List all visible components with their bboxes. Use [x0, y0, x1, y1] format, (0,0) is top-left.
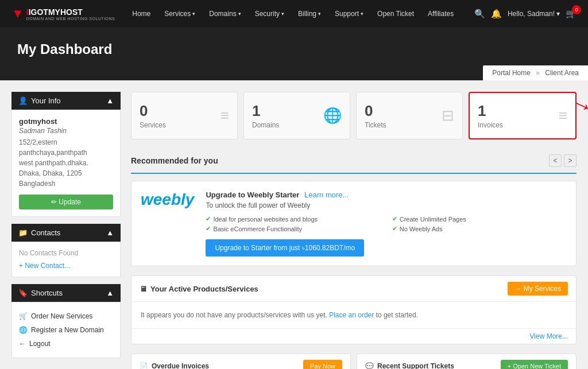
invoice-icon: 📄	[140, 362, 148, 369]
products-section: 🖥 Your Active Products/Services → My Ser…	[131, 275, 577, 344]
sidebar-shortcuts-body: 🛒 Order New Services 🌐 Register a New Do…	[11, 302, 121, 358]
stat-domains[interactable]: 1 Domains 🌐	[243, 92, 350, 139]
overdue-invoices-title: 📄 Overdue Invoices	[140, 362, 209, 369]
sidebar-contacts-header[interactable]: 📁 Contacts ▲	[11, 224, 121, 242]
stat-domains-icon: 🌐	[323, 107, 342, 125]
recommended-section: Recommended for you < > weebly Upgrade t…	[131, 149, 577, 266]
stat-tickets-left: 0 Tickets	[365, 102, 386, 129]
logo-icon: ▼	[11, 6, 24, 21]
folder-icon: 📁	[18, 228, 28, 237]
stat-services-left: 0 Services	[140, 102, 166, 129]
recent-tickets-title: 💬 Recent Support Tickets	[365, 362, 454, 369]
shortcut-register-domain[interactable]: 🌐 Register a New Domain	[19, 323, 113, 337]
sidebar-your-info-body: gotmyhost Sadman Tashin 152/2,estern pan…	[11, 110, 121, 217]
bookmark-icon: 🔖	[18, 289, 28, 297]
breadcrumb-home[interactable]: Portal Home	[492, 69, 531, 77]
weebly-headline: Upgrade to Weebly Starter Learn more...	[206, 191, 567, 199]
logout-shortcut-icon: ←	[19, 340, 26, 348]
nav-services[interactable]: Services▾	[158, 0, 201, 28]
shortcut-logout[interactable]: ← Logout	[19, 337, 113, 351]
stat-tickets-icon: ⊟	[442, 107, 454, 125]
stat-invoices[interactable]: 1 Invoices ≡	[469, 92, 577, 139]
stats-container: 0 Services ≡ 1 Domains 🌐 0 Tickets	[131, 92, 577, 139]
bell-icon[interactable]: 🔔	[491, 9, 502, 19]
nav-domains[interactable]: Domains▾	[203, 0, 246, 28]
sidebar-your-info-header[interactable]: 👤 Your Info ▲	[11, 92, 121, 110]
stat-services-number: 0	[140, 102, 166, 120]
breadcrumb-current: Client Area	[545, 69, 579, 77]
check-icon-3: ✔	[206, 225, 211, 232]
overdue-invoices-card: 📄 Overdue Invoices Pay Now	[131, 354, 351, 369]
sidebar: 👤 Your Info ▲ gotmyhost Sadman Tashin 15…	[11, 92, 121, 369]
pay-now-button[interactable]: Pay Now	[303, 360, 342, 369]
update-button[interactable]: ✏ Update	[19, 195, 113, 209]
products-title: 🖥 Your Active Products/Services	[140, 285, 258, 293]
logo-name: IIGOTMYHOST	[26, 7, 83, 17]
new-contact-link[interactable]: + New Contact...	[19, 262, 113, 270]
weebly-card: weebly Upgrade to Weebly Starter Learn m…	[131, 181, 577, 266]
person-icon: 👤	[18, 96, 28, 105]
logo-sub: DOMAIN AND WEB HOSTING SOLUTIONS	[26, 17, 115, 21]
shortcut-order-services[interactable]: 🛒 Order New Services	[19, 309, 113, 323]
cart-shortcut-icon: 🛒	[19, 312, 28, 320]
sidebar-shortcuts-header[interactable]: 🔖 Shortcuts ▲	[11, 284, 121, 302]
weebly-learn-more-link[interactable]: Learn more...	[304, 191, 349, 199]
stat-services[interactable]: 0 Services ≡	[131, 92, 238, 139]
navbar: ▼ IIGOTMYHOST DOMAIN AND WEB HOSTING SOL…	[0, 0, 588, 28]
billing-caret: ▾	[318, 11, 321, 17]
nav-security[interactable]: Security▾	[249, 0, 290, 28]
products-body: It appears you do not have any products/…	[131, 302, 576, 328]
weebly-features: ✔ Ideal for personal websites and blogs …	[206, 215, 567, 232]
stat-tickets[interactable]: 0 Tickets ⊟	[356, 92, 463, 139]
services-caret: ▾	[192, 11, 195, 17]
weebly-feature-3: ✔ Basic eCommerce Functionality	[206, 225, 380, 232]
main-layout: 👤 Your Info ▲ gotmyhost Sadman Tashin 15…	[0, 80, 588, 369]
recommended-next-btn[interactable]: >	[564, 154, 577, 167]
stat-domains-label: Domains	[252, 121, 279, 129]
nav-home[interactable]: Home	[126, 0, 156, 28]
weebly-content: Upgrade to Weebly Starter Learn more... …	[206, 191, 567, 257]
weebly-subtext: To unlock the full power of Weebly	[206, 201, 567, 209]
page-title: My Dashboard	[17, 41, 571, 57]
chat-icon: 💬	[365, 362, 374, 369]
stat-invoices-left: 1 Invoices	[478, 102, 503, 129]
support-caret: ▾	[361, 11, 363, 17]
sidebar-contacts-body: No Contacts Found + New Contact...	[11, 242, 121, 277]
stat-domains-number: 1	[252, 102, 279, 120]
logo-text-block: IIGOTMYHOST DOMAIN AND WEB HOSTING SOLUT…	[26, 7, 115, 21]
weebly-logo: weebly	[141, 191, 194, 209]
contacts-chevron-up-icon: ▲	[106, 228, 114, 237]
stat-invoices-icon: ≡	[559, 107, 567, 125]
shortcuts-chevron-up-icon: ▲	[106, 289, 114, 297]
stat-services-label: Services	[140, 121, 166, 129]
sidebar-your-info-section: 👤 Your Info ▲ gotmyhost Sadman Tashin 15…	[11, 92, 121, 217]
chevron-up-icon: ▲	[106, 96, 114, 105]
weebly-cta-button[interactable]: Upgrade to Starter from just ৳1060.82BDT…	[206, 239, 364, 257]
security-caret: ▾	[281, 11, 284, 17]
weebly-feature-2: ✔ Create Unlimited Pages	[392, 215, 567, 223]
user-company: gotmyhost	[19, 117, 113, 126]
sidebar-your-info-header-left: 👤 Your Info	[18, 96, 61, 105]
place-order-link[interactable]: Place an order	[329, 311, 374, 319]
nav-billing[interactable]: Billing▾	[292, 0, 327, 28]
check-icon-4: ✔	[392, 225, 397, 232]
view-more-link[interactable]: View More...	[131, 328, 576, 344]
main-content: 0 Services ≡ 1 Domains 🌐 0 Tickets	[131, 92, 577, 369]
weebly-feature-4: ✔ No Weebly Ads	[392, 225, 567, 232]
nav-affiliates[interactable]: Affiliates	[422, 0, 459, 28]
recent-tickets-card: 💬 Recent Support Tickets + Open New Tick…	[357, 354, 577, 369]
nav-open-ticket[interactable]: Open Ticket	[372, 0, 420, 28]
user-menu[interactable]: Hello, Sadman! ▾	[508, 0, 560, 28]
no-contacts-text: No Contacts Found	[19, 249, 113, 257]
recommended-prev-btn[interactable]: <	[549, 154, 562, 167]
user-caret: ▾	[556, 10, 560, 18]
search-icon[interactable]: 🔍	[474, 9, 485, 19]
nav-support[interactable]: Support▾	[329, 0, 369, 28]
stat-invoices-label: Invoices	[478, 121, 503, 129]
my-services-button[interactable]: → My Services	[508, 282, 568, 296]
check-icon-1: ✔	[206, 215, 211, 223]
sidebar-contacts-section: 📁 Contacts ▲ No Contacts Found + New Con…	[11, 224, 121, 277]
open-new-ticket-button[interactable]: + Open New Ticket	[501, 360, 568, 369]
recommended-nav-arrows: < >	[549, 154, 577, 167]
logo[interactable]: ▼ IIGOTMYHOST DOMAIN AND WEB HOSTING SOL…	[11, 6, 115, 21]
